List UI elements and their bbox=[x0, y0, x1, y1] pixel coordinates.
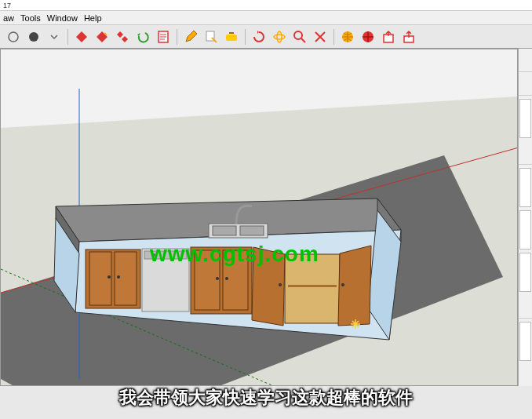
scene-svg bbox=[1, 49, 517, 385]
highlighter-icon[interactable] bbox=[223, 28, 240, 46]
svg-point-31 bbox=[341, 283, 344, 286]
panel-box[interactable] bbox=[519, 168, 531, 207]
menu-window[interactable]: Window bbox=[47, 13, 78, 23]
orbit-icon[interactable] bbox=[271, 28, 288, 46]
globe-icon[interactable] bbox=[339, 28, 356, 46]
right-panel bbox=[518, 49, 532, 386]
svg-rect-19 bbox=[89, 252, 111, 305]
panel-box[interactable] bbox=[519, 210, 531, 250]
panel-tab[interactable] bbox=[519, 295, 532, 319]
open-file-icon[interactable] bbox=[25, 28, 42, 46]
export-icon[interactable] bbox=[380, 28, 397, 46]
rotate-icon[interactable] bbox=[250, 28, 268, 46]
menu-tools[interactable]: Tools bbox=[20, 13, 41, 23]
pencil-icon[interactable] bbox=[182, 28, 199, 46]
menu-draw[interactable]: aw bbox=[3, 13, 14, 23]
new-file-icon[interactable] bbox=[5, 28, 22, 46]
toolbar-separator bbox=[333, 29, 334, 45]
title-text: 17 bbox=[3, 2, 11, 9]
svg-point-21 bbox=[107, 275, 111, 279]
toolbar-separator bbox=[67, 29, 68, 45]
zoom-extents-icon[interactable] bbox=[312, 28, 329, 46]
title-bar: 17 bbox=[0, 0, 532, 11]
svg-rect-17 bbox=[213, 226, 236, 235]
panel-tab[interactable] bbox=[519, 49, 532, 72]
svg-point-1 bbox=[29, 32, 38, 42]
svg-point-7 bbox=[294, 31, 302, 39]
panel-box[interactable] bbox=[519, 322, 531, 361]
document-icon[interactable] bbox=[155, 28, 172, 46]
main-toolbar bbox=[0, 25, 532, 49]
video-subtitle: 我会带领大家快速学习这款超棒的软件 bbox=[119, 386, 413, 410]
diamond-red-icon[interactable] bbox=[73, 28, 90, 46]
3d-viewport[interactable]: www.cgtsj.com bbox=[0, 49, 518, 386]
svg-rect-20 bbox=[115, 252, 137, 305]
svg-rect-4 bbox=[226, 35, 237, 41]
panel-tab[interactable] bbox=[519, 72, 532, 96]
svg-point-28 bbox=[225, 277, 228, 280]
page-edit-icon[interactable] bbox=[202, 28, 220, 46]
svg-point-30 bbox=[279, 283, 282, 286]
menu-help[interactable]: Help bbox=[84, 13, 102, 23]
svg-point-5 bbox=[274, 35, 285, 39]
toolbar-separator bbox=[245, 29, 246, 45]
diamond-multi-icon[interactable] bbox=[114, 28, 131, 46]
svg-point-0 bbox=[9, 32, 18, 42]
globe-red-icon[interactable] bbox=[359, 28, 377, 46]
upload-icon[interactable] bbox=[400, 28, 417, 46]
undo-icon[interactable] bbox=[134, 28, 151, 46]
panel-box[interactable] bbox=[519, 253, 531, 292]
svg-rect-29 bbox=[288, 285, 337, 287]
svg-point-6 bbox=[277, 31, 282, 42]
watermark-text: www.cgtsj.com bbox=[150, 242, 319, 267]
zoom-icon[interactable] bbox=[291, 28, 308, 46]
svg-rect-18 bbox=[240, 226, 264, 235]
diamond-edit-icon[interactable] bbox=[93, 28, 111, 46]
panel-tab[interactable] bbox=[519, 141, 532, 165]
dropdown-icon[interactable] bbox=[46, 28, 63, 46]
menu-bar: aw Tools Window Help bbox=[0, 11, 532, 25]
svg-point-27 bbox=[216, 277, 219, 280]
panel-box[interactable] bbox=[519, 99, 531, 138]
svg-point-22 bbox=[117, 275, 120, 279]
toolbar-separator bbox=[177, 29, 177, 45]
